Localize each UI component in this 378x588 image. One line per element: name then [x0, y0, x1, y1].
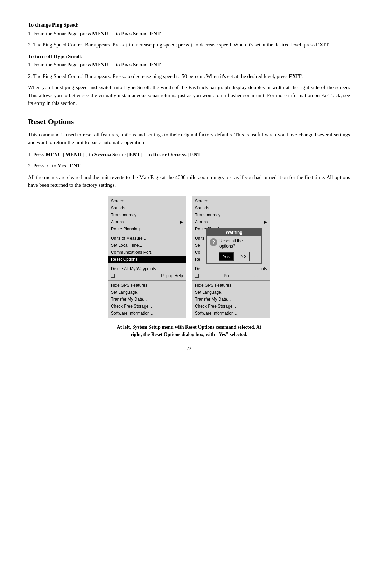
warning-dialog: Warning ? Reset all the options? Yes No	[206, 228, 262, 264]
right-popup-checkbox	[195, 274, 199, 278]
reset-step2: 2. Press ← to Yes | ENT.	[28, 162, 350, 170]
left-menu-item-route: Route Planning...	[108, 225, 186, 232]
warning-body: ? Reset all the options?	[210, 238, 259, 249]
warning-no-button[interactable]: No	[237, 252, 250, 261]
left-menu-item-alarms: Alarms ▶	[108, 218, 186, 225]
right-menu-item-alarms: Alarms ▶	[192, 218, 270, 225]
left-menu-item-units: Units of Measure...	[108, 235, 186, 242]
left-menu: Screen... Sounds... Transparency... Alar…	[108, 196, 186, 318]
ping-speed-step2: 2. The Ping Speed Control Bar appears. P…	[28, 41, 350, 49]
right-menu-item-storage: Check Free Storage...	[192, 303, 270, 310]
ping-speed-heading: To change Ping Speed:	[28, 21, 350, 29]
hyperscroll-step2: 2. The Ping Speed Control Bar appears. P…	[28, 72, 350, 80]
popup-checkbox	[111, 274, 115, 278]
left-menu-item-hidegps: Hide GPS Features	[108, 282, 186, 289]
right-menu-item-transfer: Transfer My Data...	[192, 296, 270, 303]
right-menu-group-4: Hide GPS Features Set Language... Transf…	[192, 281, 270, 318]
reset-step3: All the menus are cleared and the unit r…	[28, 173, 350, 189]
left-menu-group-1: Screen... Sounds... Transparency... Alar…	[108, 196, 186, 234]
right-menu-item-de: DeXXXXXXXXXnts	[192, 265, 270, 272]
reset-step1: 1. Press MENU | MENU | ↓ to System Setup…	[28, 151, 350, 159]
left-menu-group-3: Delete All My Waypoints Popup Help	[108, 264, 186, 281]
left-menu-item-screen: Screen...	[108, 198, 186, 205]
menu-screenshots: Screen... Sounds... Transparency... Alar…	[28, 196, 350, 318]
left-menu-item-popup: Popup Help	[108, 272, 186, 279]
right-menu-group-3: DeXXXXXXXXXnts PoXXXXX	[192, 264, 270, 281]
caption-line1: At left, System Setup menu with Reset Op…	[117, 324, 261, 330]
page-number: 73	[28, 345, 350, 352]
left-menu-item-language: Set Language...	[108, 289, 186, 296]
right-menu-item-transparency: Transparency...	[192, 211, 270, 218]
left-menu-item-storage: Check Free Storage...	[108, 303, 186, 310]
right-menu: Screen... Sounds... Transparency... Alar…	[192, 196, 270, 318]
reset-options-intro: This command is used to reset all featur…	[28, 131, 350, 146]
left-menu-item-sounds: Sounds...	[108, 205, 186, 211]
hyperscroll-step1: 1. From the Sonar Page, press MENU | ↓ t…	[28, 61, 350, 69]
right-menu-item-language: Set Language...	[192, 289, 270, 296]
left-menu-item-software: Software Information...	[108, 310, 186, 317]
left-menu-item-transparency: Transparency...	[108, 211, 186, 218]
reset-options-heading: Reset Options	[28, 116, 350, 127]
left-menu-group-2: Units of Measure... Set Local Time... Co…	[108, 234, 186, 264]
hyperscroll-paragraph: When you boost ping speed and switch int…	[28, 84, 350, 107]
warning-title: Warning	[207, 229, 261, 236]
alarms-arrow-icon: ▶	[180, 219, 183, 225]
right-alarms-arrow-icon: ▶	[264, 219, 267, 225]
right-menu-item-sounds: Sounds...	[192, 205, 270, 211]
warning-yes-button[interactable]: Yes	[219, 252, 234, 261]
ping-speed-step1: 1. From the Sonar Page, press MENU | ↓ t…	[28, 30, 350, 38]
right-menu-item-software: Software Information...	[192, 310, 270, 317]
page-content: To change Ping Speed: 1. From the Sonar …	[28, 21, 350, 352]
warning-question-icon: ?	[210, 238, 217, 246]
left-menu-item-commsport: Communications Port...	[108, 249, 186, 256]
screenshot-caption: At left, System Setup menu with Reset Op…	[28, 323, 350, 338]
right-menu-item-popup: PoXXXXX	[192, 272, 270, 279]
warning-buttons: Yes No	[210, 252, 259, 261]
left-menu-item-deletewp: Delete All My Waypoints	[108, 265, 186, 272]
right-menu-item-hidegps: Hide GPS Features	[192, 282, 270, 289]
right-menu-item-screen: Screen...	[192, 198, 270, 205]
left-menu-item-transfer: Transfer My Data...	[108, 296, 186, 303]
caption-line2: right, the Reset Options dialog box, wit…	[131, 332, 247, 337]
left-menu-item-reset: Reset Options	[108, 256, 186, 263]
left-menu-item-localtime: Set Local Time...	[108, 242, 186, 249]
warning-message: Reset all the options?	[219, 238, 259, 249]
left-menu-group-4: Hide GPS Features Set Language... Transf…	[108, 281, 186, 318]
hyperscroll-heading: To turn off HyperScroll:	[28, 52, 350, 60]
